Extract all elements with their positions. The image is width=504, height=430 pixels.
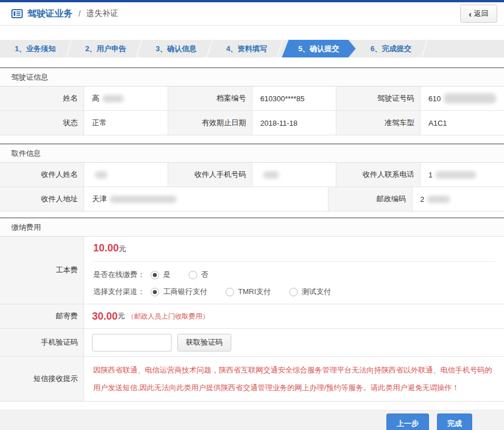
postage-label: 邮寄费 [0, 304, 84, 328]
recipient-mobile-label: 收件人手机号码 [168, 163, 252, 187]
step-5-confirm-submit[interactable]: 5、确认提交 [282, 40, 356, 57]
recipient-address-label: 收件人地址 [0, 187, 84, 211]
page-header: 驾驶证业务 / 遗失补证 ‹ 返回 [0, 2, 504, 26]
sms-tip-cell: 因陕西省联通、电信运营商技术问题，陕西省互联网交通安全综合服务管理平台无法向持陕… [84, 357, 504, 401]
step-6-complete-submit[interactable]: 6、完成提交 [356, 40, 426, 57]
file-no-value: 610300****85 [252, 86, 336, 110]
channel-test-option[interactable]: 测试支付 [289, 287, 331, 297]
table-row: 状态 正常 有效期止日期 2018-11-18 准驾车型 A1C1 [0, 111, 504, 135]
status-value: 正常 [84, 111, 168, 135]
radio-icon[interactable] [226, 288, 234, 296]
postage-amount: 30.00 [92, 311, 118, 323]
fees-section: 缴纳费用 工本费 10.00元 是否在线缴费： 是 否 选择支付渠道： [0, 217, 504, 402]
table-row: 收件人地址 天津 邮政编码 2 [0, 187, 504, 211]
vehicle-class-label: 准驾车型 [336, 111, 420, 135]
recipient-mobile-value [252, 163, 336, 187]
license-info-title: 驾驶证信息 [0, 68, 504, 86]
pickup-info-section: 取件信息 收件人姓名 收件人手机号码 收件人联系电话 1 收件人地址 天津 邮政… [0, 143, 504, 212]
recipient-phone-value: 1 [420, 163, 504, 187]
breadcrumb: 驾驶证业务 / 遗失补证 [11, 8, 118, 20]
postage-value: 30.00元 （邮政人员上门收取费用） [84, 304, 504, 328]
status-label: 状态 [0, 111, 84, 135]
step-1-business-notice[interactable]: 1、业务须知 [0, 40, 70, 57]
channel-tmri-option[interactable]: TMRI支付 [226, 287, 271, 297]
radio-icon[interactable] [151, 271, 159, 279]
divider [93, 261, 495, 262]
expiry-label: 有效期止日期 [168, 111, 252, 135]
redacted-value [427, 196, 450, 203]
redacted-value [444, 93, 496, 104]
radio-icon[interactable] [189, 271, 197, 279]
redacted-value [110, 196, 177, 203]
sms-tip-label: 短信接收提示 [0, 357, 84, 401]
sms-code-row: 手机验证码 获取验证码 [0, 329, 504, 357]
recipient-name-label: 收件人姓名 [0, 163, 84, 187]
pickup-info-title: 取件信息 [0, 144, 504, 163]
sms-code-cell: 获取验证码 [84, 329, 504, 356]
step-4-fill-data[interactable]: 4、资料填写 [211, 40, 282, 57]
table-row: 姓名 高 档案编号 610300****85 驾驶证号码 610 [0, 86, 504, 111]
action-footer: 上一步 完成 [0, 410, 504, 430]
back-button[interactable]: ‹ 返回 [460, 5, 497, 23]
redacted-value [435, 171, 476, 179]
card-fee-amount-line: 10.00元 [93, 242, 495, 254]
card-fee-label: 工本费 [0, 237, 84, 304]
online-pay-choice: 是否在线缴费： 是 否 [93, 270, 495, 280]
menu-list-icon [11, 9, 23, 18]
fees-title: 缴纳费用 [0, 218, 504, 237]
card-fee-content: 10.00元 是否在线缴费： 是 否 选择支付渠道： 工商银行支付 [84, 237, 504, 304]
table-row: 收件人姓名 收件人手机号码 收件人联系电话 1 [0, 163, 504, 187]
license-info-section: 驾驶证信息 姓名 高 档案编号 610300****85 驾驶证号码 610 状… [0, 67, 504, 135]
breadcrumb-separator: / [78, 9, 81, 18]
previous-step-button[interactable]: 上一步 [386, 414, 429, 430]
vehicle-class-value: A1C1 [420, 111, 504, 135]
recipient-name-value [84, 163, 168, 187]
recipient-phone-label: 收件人联系电话 [336, 163, 420, 187]
step-progress-bar: 1、业务须知 2、用户申告 3、确认信息 4、资料填写 5、确认提交 6、完成提… [0, 40, 504, 57]
redacted-value [102, 95, 124, 102]
name-label: 姓名 [0, 86, 84, 110]
postcode-label: 邮政编码 [328, 187, 413, 211]
page-title: 驾驶证业务 [27, 8, 73, 20]
radio-icon[interactable] [289, 288, 298, 296]
back-button-label: 返回 [474, 9, 489, 19]
expiry-value: 2018-11-18 [252, 111, 336, 135]
channel-icbc-option[interactable]: 工商银行支付 [151, 287, 207, 297]
online-pay-no-option[interactable]: 否 [189, 270, 209, 280]
sms-code-input[interactable] [92, 334, 172, 352]
file-no-label: 档案编号 [168, 86, 252, 110]
card-fee-row: 工本费 10.00元 是否在线缴费： 是 否 选择支付渠道： [0, 237, 504, 304]
postcode-value: 2 [413, 187, 504, 211]
sms-code-label: 手机验证码 [0, 329, 84, 356]
postage-row: 邮寄费 30.00元 （邮政人员上门收取费用） [0, 304, 504, 329]
license-no-label: 驾驶证号码 [336, 86, 420, 110]
card-fee-amount: 10.00 [93, 242, 119, 254]
step-3-confirm-info[interactable]: 3、确认信息 [141, 40, 211, 57]
radio-icon[interactable] [151, 288, 159, 296]
sms-tip-row: 短信接收提示 因陕西省联通、电信运营商技术问题，陕西省互联网交通安全综合服务管理… [0, 357, 504, 401]
online-pay-yes-option[interactable]: 是 [151, 270, 170, 280]
name-value: 高 [84, 86, 168, 110]
sms-tip-text: 因陕西省联通、电信运营商技术问题，陕西省互联网交通安全综合服务管理平台无法向持陕… [84, 357, 504, 401]
postage-note: （邮政人员上门收取费用） [127, 312, 209, 321]
redacted-value [95, 171, 107, 179]
pay-channel-choice: 选择支付渠道： 工商银行支付 TMRI支付 测试支付 [93, 287, 495, 297]
finish-button[interactable]: 完成 [437, 414, 472, 430]
redacted-value [263, 171, 279, 179]
recipient-address-value: 天津 [84, 187, 328, 211]
pay-channel-label: 选择支付渠道： [93, 287, 145, 297]
step-2-user-declaration[interactable]: 2、用户申告 [70, 40, 141, 57]
get-code-button[interactable]: 获取验证码 [177, 334, 231, 352]
chevron-left-icon: ‹ [469, 10, 472, 18]
license-no-value: 610 [420, 86, 504, 110]
page-subtitle: 遗失补证 [86, 9, 118, 19]
online-pay-label: 是否在线缴费： [93, 270, 145, 280]
